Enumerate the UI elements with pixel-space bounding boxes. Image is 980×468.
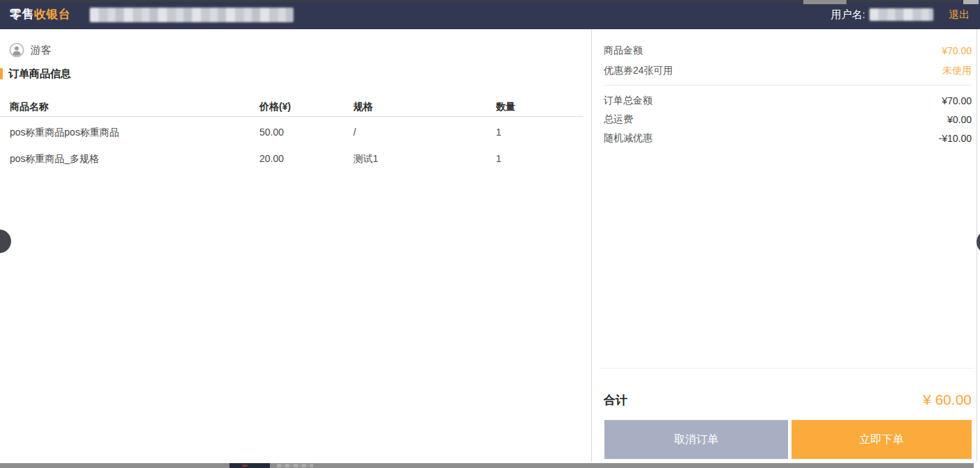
store-name-redacted	[90, 8, 294, 22]
logout-button[interactable]: 退出	[949, 8, 970, 22]
shipping-value: ¥0.00	[947, 114, 972, 125]
order-items-panel: 游客 订单商品信息 商品名称 价格(¥) 规格 数量 pos称重商品pos称重商…	[0, 29, 591, 462]
amount-value: ¥70.00	[942, 45, 972, 56]
summary-row-coupon[interactable]: 优惠券24张可用 未使用	[592, 60, 977, 81]
table-header-divider	[0, 116, 583, 117]
username-redacted	[869, 8, 933, 21]
coupon-status[interactable]: 未使用	[942, 65, 972, 77]
total-value: ¥ 60.00	[923, 392, 972, 408]
bottom-edge-strip	[0, 463, 974, 468]
total-divider	[599, 368, 974, 369]
background-window-fragment	[803, 0, 846, 4]
background-window-fragment	[963, 0, 979, 4]
discount-value: -¥10.00	[939, 133, 972, 144]
summary-divider	[604, 85, 972, 86]
cell-qty: 1	[496, 148, 501, 169]
col-header-product: 商品名称	[10, 96, 49, 117]
background-image-fragment	[230, 463, 270, 468]
summary-row-amount: 商品金额 ¥70.00	[592, 40, 977, 60]
background-text-fragment	[277, 464, 313, 467]
cell-product-name: pos称重商品pos称重商品	[10, 122, 119, 143]
order-total-value: ¥70.00	[942, 95, 972, 106]
cell-spec: /	[353, 122, 356, 143]
cancel-order-button[interactable]: 取消订单	[604, 420, 788, 459]
table-header-row: 商品名称 价格(¥) 规格 数量	[0, 96, 591, 117]
submit-order-button[interactable]: 立即下单	[792, 420, 972, 459]
col-header-spec: 规格	[353, 96, 373, 117]
user-avatar-icon	[9, 42, 24, 58]
cell-price: 20.00	[259, 148, 284, 169]
total-row: 合计 ¥ 60.00	[592, 388, 977, 412]
order-summary-panel: 商品金额 ¥70.00 优惠券24张可用 未使用 订单总金额 ¥70.00 总运…	[591, 29, 977, 462]
total-label: 合计	[604, 392, 627, 408]
accent-bar	[0, 68, 3, 79]
username-label: 用户名:	[831, 8, 865, 22]
app-title: 零售收银台	[10, 0, 71, 29]
table-row: pos称重商品_多规格 20.00 测试1 1	[0, 148, 591, 169]
table-row: pos称重商品pos称重商品 50.00 / 1	[0, 122, 591, 143]
customer-name: 游客	[31, 44, 51, 57]
cell-product-name: pos称重商品_多规格	[10, 148, 99, 169]
app-title-prefix: 零售	[10, 8, 34, 21]
cell-spec: 测试1	[353, 148, 378, 169]
customer-selector[interactable]: 游客	[9, 42, 51, 58]
cell-price: 50.00	[259, 122, 284, 143]
col-header-qty: 数量	[496, 96, 515, 117]
app-title-suffix: 收银台	[34, 8, 71, 21]
header-bar: 零售收银台 用户名: 退出	[0, 0, 980, 29]
cell-qty: 1	[496, 122, 501, 143]
summary-row-discount: 随机减优惠 -¥10.00	[592, 129, 977, 147]
order-section-title: 订单商品信息	[0, 67, 71, 80]
summary-row-order-total: 订单总金额 ¥70.00	[592, 91, 977, 110]
summary-row-shipping: 总运费 ¥0.00	[592, 110, 977, 129]
col-header-price: 价格(¥)	[259, 96, 291, 117]
